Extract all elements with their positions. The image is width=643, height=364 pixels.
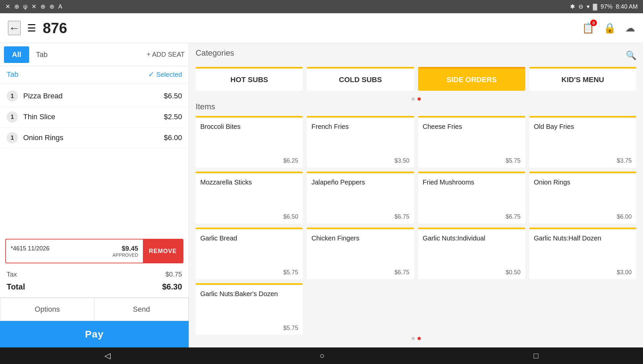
items-grid: Broccoli Bites $6.25 French Fries $3.50 … [196,116,636,335]
item-card[interactable]: Garlic Nuts:Individual $0.50 [418,228,525,279]
item-card-price: $3.75 [534,157,632,164]
order-item[interactable]: 1 Onion Rings $6.00 [0,128,189,148]
item-card[interactable]: Chicken Fingers $6.75 [307,228,414,279]
item-card-name: Chicken Fingers [311,234,409,266]
all-button[interactable]: All [4,46,29,63]
payment-amount: $9.45 [122,245,138,252]
left-panel: All Tab + ADD SEAT Tab ✓ Selected 1 Pizz… [0,43,189,347]
status-icon-7: A [58,3,62,10]
menu-icon[interactable]: ☰ [27,22,36,34]
item-card[interactable]: Garlic Nuts:Baker's Dozen $5.75 [196,283,303,335]
item-card-price: $3.50 [311,157,409,164]
nav-square-button[interactable]: □ [520,348,552,363]
item-card[interactable]: Jalapeño Peppers $6.75 [307,172,414,223]
options-button[interactable]: Options [0,298,94,321]
item-qty: 1 [7,111,18,123]
item-qty: 1 [7,132,18,143]
order-item[interactable]: 1 Pizza Bread $6.50 [0,86,189,107]
item-card-price: $5.75 [200,325,298,332]
category-button[interactable]: KID'S MENU [529,67,636,91]
item-qty: 1 [7,90,18,102]
pay-button[interactable]: Pay [0,321,189,347]
selected-text: Selected [156,71,182,78]
nav-home-button[interactable]: ○ [306,348,338,363]
item-card-name: Cheese Fries [423,122,521,154]
battery-icon: ▓ [593,3,597,10]
tab-label: Tab [29,50,147,59]
seat-bar: All Tab + ADD SEAT [0,43,189,66]
search-icon[interactable]: 🔍 [626,50,636,61]
item-card-name: Broccoli Bites [200,122,298,154]
notification-badge: 0 [590,20,597,26]
category-button[interactable]: COLD SUBS [307,67,414,91]
item-card-price: $3.00 [534,269,632,276]
item-card[interactable]: French Fries $3.50 [307,116,414,168]
item-card-price: $6.00 [534,213,632,220]
item-name: Pizza Bread [23,92,159,100]
send-button[interactable]: Send [94,298,189,321]
add-seat-button[interactable]: + ADD SEAT [147,51,185,58]
item-card-price: $6.75 [423,213,521,220]
items-title: Items [196,102,636,111]
lock-icon[interactable]: 🔒 [604,22,616,34]
item-card-name: French Fries [311,122,409,154]
item-card-price: $0.50 [423,269,521,276]
right-panel: Categories 🔍 HOT SUBSCOLD SUBSSIDE ORDER… [189,43,643,347]
bottom-nav: ◁ ○ □ [0,347,643,364]
categories-row: HOT SUBSCOLD SUBSSIDE ORDERSKID'S MENU [196,67,636,91]
category-button[interactable]: SIDE ORDERS [418,67,525,91]
item-card-name: Mozzarella Sticks [200,178,298,210]
status-icon-6: ⊕ [49,3,54,10]
payment-card: *4615 11/2026 [11,245,49,252]
item-card-price: $6.75 [311,269,409,276]
categories-title: Categories [196,48,234,58]
dot-2 [418,337,421,340]
item-name: Thin Slice [23,113,159,121]
tax-amount: $0.75 [165,271,182,278]
order-number: 876 [43,20,67,36]
orders-icon[interactable]: 📋 0 [582,22,594,34]
cat-dot-1 [412,97,415,101]
item-card[interactable]: Old Bay Fries $3.75 [529,116,636,168]
item-card-price: $5.75 [200,269,298,276]
action-buttons: Options Send [0,297,189,321]
status-right: ✱ ⊖ ▾ ▓ 97% 8:40 AM [570,3,638,10]
item-card[interactable]: Mozzarella Sticks $6.50 [196,172,303,223]
status-icon-4: ✕ [32,3,36,10]
status-icon-3: ψ [23,3,28,10]
checkmark-icon: ✓ [148,70,154,79]
item-card[interactable]: Onion Rings $6.00 [529,172,636,223]
item-card[interactable]: Fried Mushrooms $6.75 [418,172,525,223]
status-icon-1: ✕ [5,3,10,10]
category-pagination [196,96,636,102]
item-price: $2.50 [164,113,182,121]
item-card-name: Fried Mushrooms [423,178,521,210]
nav-back-button[interactable]: ◁ [91,348,124,363]
status-icons-left: ✕ ⊕ ψ ✕ ⊕ ⊕ A [5,3,62,10]
category-button[interactable]: HOT SUBS [196,67,303,91]
items-pagination [196,335,636,342]
tax-label: Tax [7,271,17,278]
total-label: Total [7,282,25,291]
item-card-name: Garlic Nuts:Baker's Dozen [200,289,298,321]
item-card-price: $6.75 [311,213,409,220]
item-card[interactable]: Garlic Bread $5.75 [196,228,303,279]
cat-dot-2 [418,97,421,101]
status-bar: ✕ ⊕ ψ ✕ ⊕ ⊕ A ✱ ⊖ ▾ ▓ 97% 8:40 AM [0,0,643,13]
item-card[interactable]: Cheese Fries $5.75 [418,116,525,168]
remove-button[interactable]: REMOVE [143,239,183,263]
payment-info: *4615 11/2026 $9.45 APPROVED [6,241,143,261]
order-item[interactable]: 1 Thin Slice $2.50 [0,107,189,128]
item-card-name: Garlic Bread [200,234,298,266]
tab-title: Tab [7,70,18,79]
item-price: $6.00 [164,133,182,142]
selected-label: ✓ Selected [148,70,182,79]
item-card-price: $5.75 [423,157,521,164]
item-card-name: Garlic Nuts:Individual [423,234,521,266]
item-price: $6.50 [164,92,182,100]
item-card[interactable]: Garlic Nuts:Half Dozen $3.00 [529,228,636,279]
totals-section: Tax $0.75 Total $6.30 [0,266,189,296]
cloud-icon[interactable]: ☁ [625,22,635,34]
back-button[interactable]: ← [8,21,21,35]
item-card[interactable]: Broccoli Bites $6.25 [196,116,303,168]
